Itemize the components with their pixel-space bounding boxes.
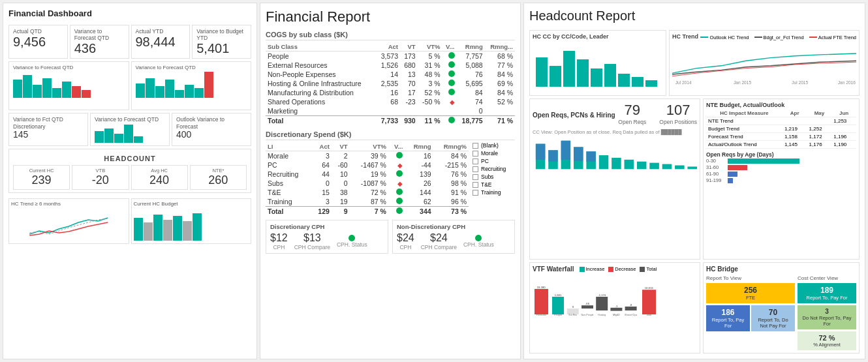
cogs-cell-5-2: -23 [400,97,418,106]
svg-text:Hosting: Hosting [598,314,606,316]
actual-ytd-label: Actual YTD [136,28,186,35]
vtb-label: VTB [75,168,125,173]
sub-item-cell: 3 Do Not Report To, Pay For [798,305,856,329]
col-v: V... [442,42,457,52]
cogs-cell-7-0: Total [266,116,376,126]
checkbox-box-6[interactable] [473,190,478,196]
disc-cell-3-1: 0 [311,179,332,188]
age-bars-title: Open Reqs by Age (Days) [706,151,856,158]
col-vt-pct: VT% [418,42,442,52]
svg-text:-1,174: -1,174 [598,294,606,297]
outlook-var-value: 400 [176,130,247,140]
disc-area: LI Act VT VT% V... Rmng Rmng% Morale3239… [266,142,515,216]
vf-qtd2-label: Variance to Forecast QTD [95,116,165,123]
svg-rect-31 [535,289,548,314]
svg-rect-16 [548,150,558,161]
cogs-cell-5-0: Shared Operations [266,97,376,106]
open-reqs-right: NTE Budget, Actual/Outlook HC Impact Mea… [703,98,860,260]
nte-row-2-apr: 1,219 [783,125,807,133]
nte-row-3-jun: 1,196 [831,133,856,141]
checkbox-box-5[interactable] [473,182,478,188]
checkbox-box-1[interactable] [473,151,478,157]
nte-row-2: Budget Trend 1,219 1,252 [706,125,856,133]
vtf-waterfall-svg: 19,380 1,681 0 -66 -1,174 -1 -8 [533,275,697,327]
disc-cell-0-6: 84 % [433,151,469,161]
disc-cell-1-5: -44 [405,160,433,170]
left-panel-title: Financial Dashboard [8,8,251,18]
nondisc-cph-title: Non-Discretionary CPH [397,223,510,230]
nondisc-cph-box: Non-Discretionary CPH $24 CPH $24 CPH Co… [392,220,515,254]
svg-text:Total: Total [646,313,651,316]
nte-row-4-jun: 1,190 [831,141,856,149]
cogs-cell-0-6: 68 % [485,52,515,61]
cogs-cell-3-0: Hosting & Online Infrastructure [266,79,376,88]
svg-text:19,813: 19,813 [645,286,653,290]
variance-forecast-qtd2-card: Variance to Forecast QTD [90,113,170,145]
cogs-cell-7-5: 18,775 [457,116,485,126]
legend-actual: Actual FTE Trend [809,35,856,40]
cogs-cell-7-6: 71 % [485,116,515,126]
disc-cell-4-4 [388,188,405,197]
nondisc-cph-compare: $24 [421,232,457,244]
col-rmng: Rmng [457,42,485,52]
disc-cell-6-6: 73 % [433,207,469,217]
disc-cph-status-label: CPH. Status [337,241,367,248]
cogs-cell-0-1: 3,573 [376,52,400,61]
svg-rect-3 [577,59,589,87]
checkbox-box-0[interactable] [473,143,478,149]
disc-cph-label: CPH [270,244,288,250]
disc-cell-0-4 [388,151,405,161]
sub-item-val: 3 [800,308,854,315]
disc-row-0: Morale3239 %1684 % [266,151,469,161]
cost-center-label: Report To, Pay For [800,295,854,301]
disc-row-1: PC64-60-1467 %◆-44-215 % [266,160,469,170]
current-hc-card: Current HC 239 [13,165,70,190]
disc-cell-0-2: 2 [332,151,350,161]
nte-card: NTE* 260 [190,165,247,190]
nte-row-1-label: NTE Trend [706,117,783,125]
financial-report-panel: Financial Report COGS by sub class ($K) … [260,3,521,359]
checkbox-item-3[interactable]: Recruiting [473,166,515,172]
hc-trend-line-svg: Jul 2014 Jan 2015 Jul 2015 Jan 2016 [672,41,856,87]
checkbox-box-2[interactable] [473,158,478,164]
disc-cell-2-4 [388,170,405,179]
chart-1-label: Variance to Forecast QTD [13,65,125,70]
checkbox-item-4[interactable]: Subs [473,173,515,180]
svg-rect-24 [612,158,621,169]
alignment-cell: 72 % % Alignment [798,331,856,350]
checkbox-item-0[interactable]: (Blank) [473,142,515,149]
svg-text:-1: -1 [615,305,618,308]
nte-row-1-jun: 1,253 [831,117,856,125]
avg-hc-card: Avg HC 240 [131,165,188,190]
checkbox-box-3[interactable] [473,166,478,172]
svg-text:People: People [554,313,562,316]
checkbox-item-1[interactable]: Morale [473,150,515,157]
checkbox-label-3: Recruiting [481,166,506,172]
cogs-cell-6-4 [442,106,457,116]
cogs-cell-0-5: 7,757 [457,52,485,61]
svg-rect-41 [610,308,622,311]
checkbox-box-4[interactable] [473,174,478,180]
nondisc-cph-status-label: CPH. Status [463,241,494,248]
nte-row-4-apr: 1,145 [783,141,807,149]
cost-center-cell: 189 Report To, Pay For [798,283,856,303]
checkbox-item-6[interactable]: Training [473,189,515,196]
checkbox-item-5[interactable]: T&E [473,181,515,188]
checkbox-item-2[interactable]: PC [473,158,515,164]
svg-rect-27 [649,163,659,170]
disc-cell-0-0: Morale [266,151,311,161]
col-subclass: Sub Class [266,42,376,52]
cogs-cell-3-6: 69 % [485,79,515,88]
variance-forecast-qtd-card: Variance to Forecast QTD 436 [70,25,129,59]
age-label-1: 0-30 [706,158,726,164]
checkbox-label-5: T&E [481,181,492,188]
disc-cell-5-1: 3 [311,197,332,207]
cogs-cell-2-3: 48 % [418,70,442,79]
open-reqs-kpi: 79 Open Reqs [618,102,646,125]
age-bar-2 [728,165,747,170]
svg-rect-45 [642,290,656,314]
age-row-2: 31-60 [706,164,856,170]
disc-row-6: Total12997 %34473 % [266,207,469,217]
age-label-4: 91-199 [706,177,726,183]
vtf-legend: Increase Decrease Total [580,266,657,272]
